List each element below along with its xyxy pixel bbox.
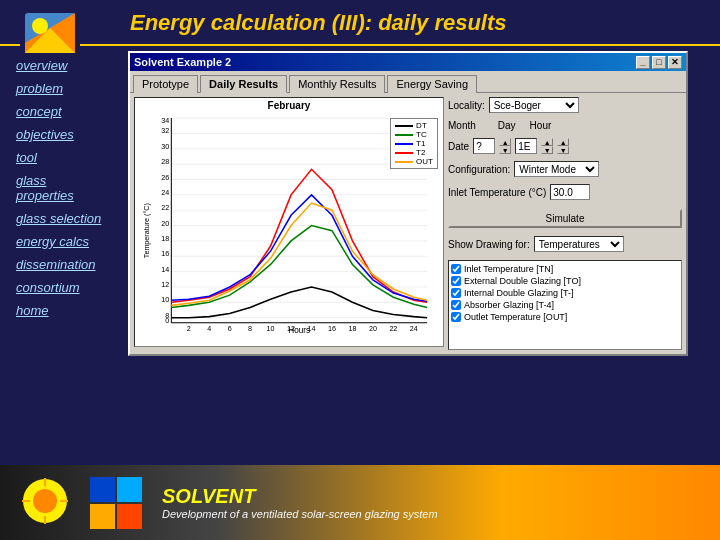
- svg-text:22: 22: [389, 325, 397, 333]
- legend-item-tc: TC: [395, 130, 433, 139]
- sidebar-item-objectives[interactable]: objectives: [10, 123, 110, 146]
- legend-item-t2: T2: [395, 148, 433, 157]
- tab-daily-results[interactable]: Daily Results: [200, 75, 287, 93]
- sidebar-item-energy-calcs[interactable]: energy calcs: [10, 230, 110, 253]
- hour-down-arrow[interactable]: ▼: [557, 146, 569, 154]
- svg-point-55: [33, 489, 57, 513]
- inlet-temp-input[interactable]: [550, 184, 590, 200]
- svg-text:24: 24: [410, 325, 418, 333]
- svg-text:6: 6: [228, 325, 232, 333]
- legend-line-out: [395, 161, 413, 163]
- month-input[interactable]: [473, 138, 495, 154]
- configuration-label: Configuration:: [448, 164, 510, 175]
- show-drawing-row: Show Drawing for: Temperatures: [448, 236, 682, 252]
- window-area: Solvent Example 2 _ □ ✕ Prototype Daily …: [120, 46, 720, 441]
- day-col-label: Day: [498, 120, 516, 131]
- month-col-label: Month: [448, 120, 476, 131]
- minimize-button[interactable]: _: [636, 56, 650, 69]
- configuration-select[interactable]: Winter Mode: [514, 161, 599, 177]
- sidebar-item-dissemination[interactable]: dissemination: [10, 253, 110, 276]
- application-window: Solvent Example 2 _ □ ✕ Prototype Daily …: [128, 51, 688, 356]
- chart-legend: DT TC T1 T2: [390, 118, 438, 169]
- show-drawing-label: Show Drawing for:: [448, 239, 530, 250]
- svg-text:Temperature (°C): Temperature (°C): [143, 203, 151, 258]
- date-label-row: Date ▲ ▼ ▲ ▼ ▲ ▼: [448, 138, 682, 154]
- logo-block-1: [90, 477, 115, 502]
- legend-label-tc: TC: [416, 130, 427, 139]
- footer-text-area: SOLVENT Development of a ventilated sola…: [162, 485, 438, 520]
- sidebar-item-concept[interactable]: concept: [10, 100, 110, 123]
- day-down-arrow[interactable]: ▼: [541, 146, 553, 154]
- footer-tagline: Development of a ventilated solar-screen…: [162, 508, 438, 520]
- checkbox-absorber-glazing-input[interactable]: [451, 300, 461, 310]
- tab-energy-saving[interactable]: Energy Saving: [387, 75, 477, 93]
- show-drawing-select[interactable]: Temperatures: [534, 236, 624, 252]
- legend-line-dt: [395, 125, 413, 127]
- sidebar-item-glass-properties[interactable]: glass properties: [10, 169, 110, 207]
- sidebar-item-home[interactable]: home: [10, 299, 110, 322]
- close-button[interactable]: ✕: [668, 56, 682, 69]
- main-content: overview problem concept objectives tool…: [0, 46, 720, 441]
- window-title: Solvent Example 2: [134, 56, 231, 68]
- sidebar-item-tool[interactable]: tool: [10, 146, 110, 169]
- locality-select[interactable]: Sce-Boger: [489, 97, 579, 113]
- legend-line-tc: [395, 134, 413, 136]
- simulate-button[interactable]: Simulate: [448, 209, 682, 228]
- svg-text:16: 16: [161, 250, 169, 258]
- checkbox-absorber-glazing: Absorber Glazing [T-4]: [451, 299, 679, 311]
- svg-text:18: 18: [348, 325, 356, 333]
- legend-line-t1: [395, 143, 413, 145]
- checkbox-external-glazing: External Double Glazing [TO]: [451, 275, 679, 287]
- day-input[interactable]: [515, 138, 537, 154]
- checkbox-outlet-temp: Outlet Temperature [OUT]: [451, 311, 679, 323]
- legend-item-t1: T1: [395, 139, 433, 148]
- footer-brand: SOLVENT: [162, 485, 438, 508]
- svg-text:8: 8: [165, 312, 169, 320]
- tab-prototype[interactable]: Prototype: [133, 75, 198, 93]
- hour-col-label: Hour: [530, 120, 552, 131]
- svg-text:4: 4: [207, 325, 211, 333]
- day-up-arrow[interactable]: ▲: [541, 138, 553, 146]
- checkbox-outlet-temp-label: Outlet Temperature [OUT]: [464, 312, 567, 322]
- checkbox-external-glazing-input[interactable]: [451, 276, 461, 286]
- svg-text:22: 22: [161, 204, 169, 212]
- date-label: Date: [448, 141, 469, 152]
- checkbox-outlet-temp-input[interactable]: [451, 312, 461, 322]
- sidebar-item-problem[interactable]: problem: [10, 77, 110, 100]
- hour-up-arrow[interactable]: ▲: [557, 138, 569, 146]
- window-body: February DT TC: [130, 93, 686, 354]
- chart-title: February: [135, 98, 443, 113]
- svg-text:10: 10: [267, 325, 275, 333]
- date-headers-row: Month Day Hour: [448, 120, 682, 131]
- checkbox-internal-glazing-input[interactable]: [451, 288, 461, 298]
- svg-text:24: 24: [161, 189, 169, 197]
- footer: SOLVENT Development of a ventilated sola…: [0, 465, 720, 540]
- header-bar: Energy calculation (III): daily results: [0, 0, 720, 46]
- checkbox-internal-glazing: Internal Double Glazing [T-]: [451, 287, 679, 299]
- svg-text:32: 32: [161, 127, 169, 135]
- legend-label-t2: T2: [416, 148, 425, 157]
- svg-text:Hours: Hours: [288, 326, 310, 333]
- sidebar-item-glass-selection[interactable]: glass selection: [10, 207, 110, 230]
- svg-text:28: 28: [161, 158, 169, 166]
- month-up-arrow[interactable]: ▲: [499, 138, 511, 146]
- legend-label-out: OUT: [416, 157, 433, 166]
- checkbox-inlet-temp-label: Inlet Temperature [TN]: [464, 264, 553, 274]
- svg-text:16: 16: [328, 325, 336, 333]
- tab-bar: Prototype Daily Results Monthly Results …: [130, 71, 686, 93]
- month-down-arrow[interactable]: ▼: [499, 146, 511, 154]
- tab-monthly-results[interactable]: Monthly Results: [289, 75, 385, 93]
- footer-sun-icon: [20, 476, 70, 530]
- day-spinner: ▲ ▼: [541, 138, 553, 154]
- legend-line-t2: [395, 152, 413, 154]
- maximize-button[interactable]: □: [652, 56, 666, 69]
- right-panel: Locality: Sce-Boger Month Day Hour Date: [448, 97, 682, 350]
- inlet-temp-row: Inlet Temperature (°C): [448, 184, 682, 200]
- legend-label-dt: DT: [416, 121, 427, 130]
- sidebar-item-consortium[interactable]: consortium: [10, 276, 110, 299]
- svg-text:10: 10: [161, 296, 169, 304]
- checkbox-inlet-temp-input[interactable]: [451, 264, 461, 274]
- svg-text:18: 18: [161, 235, 169, 243]
- svg-text:26: 26: [161, 174, 169, 182]
- hour-spinner: ▲ ▼: [557, 138, 569, 154]
